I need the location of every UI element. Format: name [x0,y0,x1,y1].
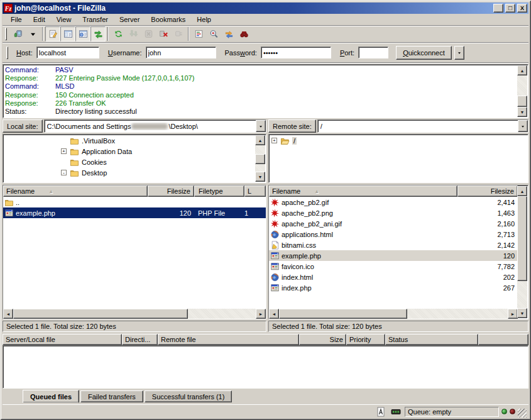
reconnect-button[interactable] [171,26,186,41]
menu-edit[interactable]: Edit [28,14,51,25]
scroll-left-button[interactable] [3,309,13,319]
apache_pb2.gif[interactable]: apache_pb2.gif 2,414 [269,197,518,207]
toggle-local-tree-button[interactable] [60,26,75,41]
port-input[interactable] [358,47,388,58]
local-tree-scrollbar[interactable] [255,135,265,182]
quickconnect-button[interactable]: Quickconnect [396,46,452,60]
expander-icon[interactable]: - [61,170,67,175]
scroll-track[interactable] [279,309,508,319]
example.php[interactable]: example.php 120 [269,250,518,261]
scroll-up-button[interactable] [517,65,527,75]
password-input[interactable] [261,47,331,58]
titlebar[interactable]: Fz john@localhost - FileZilla _ □ X [3,3,528,14]
transfer-type-ascii-icon[interactable] [375,407,387,417]
queue-column-header[interactable]: Directi... [122,334,158,345]
host-input[interactable] [36,47,99,58]
queue-column-header[interactable]: Status [385,334,478,345]
tree-item[interactable]: Cookies [3,157,266,167]
speed-limit-icon[interactable] [390,407,402,417]
quickconnect-dropdown-button[interactable] [454,46,464,60]
scroll-thumb[interactable] [279,309,407,319]
apache_pb2.png[interactable]: apache_pb2.png 1,463 [269,207,518,218]
directory-comparison-button[interactable] [206,26,221,41]
menu-file[interactable]: File [5,14,28,25]
remote-hscrollbar[interactable] [269,309,518,319]
local-site-combo[interactable]: C:\Documents and Settings\Desktop\ [44,119,266,133]
scroll-track[interactable] [517,75,527,107]
toolbar-grip[interactable] [5,28,7,40]
scroll-up-button[interactable] [517,186,527,196]
local-hscrollbar[interactable] [3,309,266,319]
scroll-thumb[interactable] [13,309,188,319]
tab-queued-files[interactable]: Queued files [23,390,79,403]
tab-successful-transfers[interactable]: Successful transfers (1) [145,390,233,402]
scroll-left-button[interactable] [269,309,279,319]
column-header-filesize[interactable]: Filesize [457,185,518,197]
scroll-track[interactable] [255,145,265,172]
toggle-queue-button[interactable] [90,26,106,41]
bitnami.css[interactable]: bitnami.css 2,142 [269,240,518,250]
toggle-remote-tree-button[interactable] [75,26,90,41]
remote-site-dropdown-button[interactable] [518,120,528,132]
favicon.ico[interactable]: favicon.ico 7,782 [269,261,518,272]
log-scrollbar[interactable] [517,65,527,117]
minimize-button[interactable]: _ [493,4,503,13]
scroll-thumb[interactable] [517,96,527,107]
queue-column-header[interactable]: Size [299,334,346,345]
column-header-filesize[interactable]: Filesize [148,185,194,197]
tab-failed-transfers[interactable]: Failed transfers [80,390,143,402]
queue-column-header[interactable] [478,334,528,345]
remote-site-combo[interactable]: / [317,119,528,133]
scroll-track[interactable] [13,309,256,319]
applications.html[interactable]: applications.html 2,713 [269,229,518,240]
tree-item[interactable]: .VirtualBox [3,135,266,146]
menu-bookmarks[interactable]: Bookmarks [145,14,191,25]
column-header-filetype[interactable]: Filetype [194,185,244,197]
process-queue-button[interactable] [126,26,141,41]
..[interactable]: .. [3,197,266,207]
index.php[interactable]: index.php 267 [269,282,518,293]
close-button[interactable]: X [517,4,527,13]
menu-view[interactable]: View [51,14,77,25]
refresh-button[interactable] [111,26,126,41]
scroll-track[interactable] [517,196,527,308]
toggle-message-log-button[interactable] [45,26,60,41]
expander-icon[interactable]: + [61,148,67,154]
scroll-thumb[interactable] [517,196,527,281]
site-manager-dropdown-button[interactable] [25,26,40,41]
remote-vscrollbar[interactable] [517,186,527,318]
index.html[interactable]: index.html 202 [269,272,518,282]
scroll-thumb[interactable] [255,154,265,164]
tree-item[interactable]: + / [269,135,528,146]
synchronized-browsing-button[interactable] [221,26,236,41]
scroll-down-button[interactable] [517,107,527,117]
example.php[interactable]: example.php 120 PHP File 1 [3,207,266,218]
filter-button[interactable] [191,26,206,41]
tree-item[interactable]: + Application Data [3,146,266,157]
column-header-last-modified[interactable]: L [244,185,266,197]
menu-transfer[interactable]: Transfer [77,14,114,25]
scroll-down-button[interactable] [517,308,527,318]
column-header-filename[interactable]: Filename▲ [269,185,457,197]
disconnect-button[interactable] [156,26,171,41]
expander-icon[interactable]: + [271,138,277,143]
scroll-right-button[interactable] [256,309,266,319]
queue-column-header[interactable]: Priority [346,334,385,345]
apache_pb2_ani.gif[interactable]: apache_pb2_ani.gif 2,160 [269,218,518,229]
column-header-filename[interactable]: Filename▲ [3,185,148,197]
scroll-down-button[interactable] [255,172,265,182]
cancel-operation-button[interactable] [141,26,156,41]
menu-server[interactable]: Server [114,14,145,25]
queue-column-header[interactable]: Remote file [158,334,299,345]
tree-item[interactable]: - Desktop [3,167,266,178]
scroll-up-button[interactable] [255,135,265,145]
scroll-right-button[interactable] [508,309,518,319]
local-site-dropdown-button[interactable] [256,120,266,132]
site-manager-button[interactable] [10,26,25,41]
quickconnect-grip[interactable] [6,47,8,59]
menu-help[interactable]: Help [191,14,217,25]
username-input[interactable] [146,47,216,58]
queue-column-header[interactable]: Server/Local file [3,334,122,345]
resize-grip[interactable] [518,409,527,417]
find-files-button[interactable] [236,26,251,41]
